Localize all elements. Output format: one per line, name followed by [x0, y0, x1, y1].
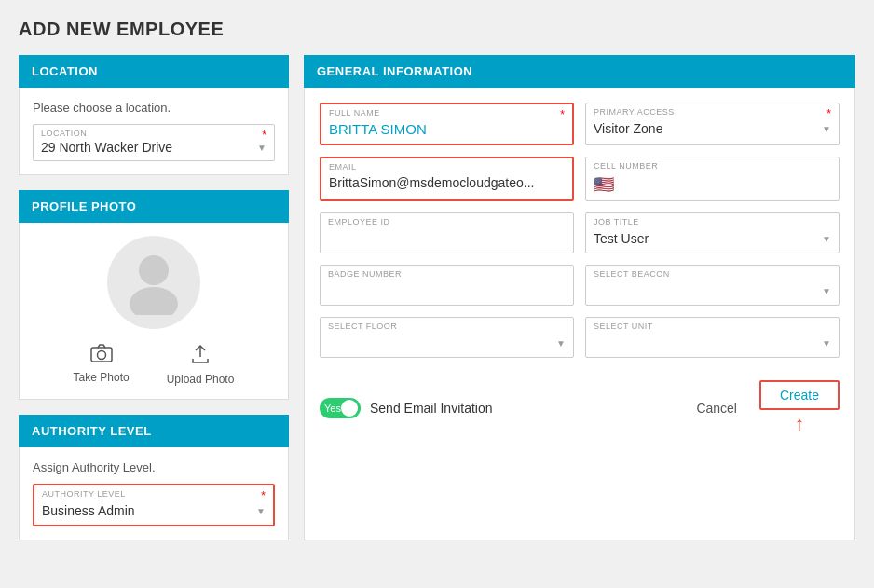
primary-access-label: PRIMARY ACCESS [594, 107, 831, 116]
take-photo-button[interactable]: Take Photo [74, 344, 130, 386]
svg-point-1 [130, 287, 178, 315]
select-unit-value: ▼ [594, 333, 831, 351]
cancel-button[interactable]: Cancel [685, 395, 748, 421]
select-unit-chevron-icon: ▼ [822, 338, 831, 349]
upload-photo-button[interactable]: Upload Photo [167, 344, 235, 386]
email-field[interactable]: EMAIL BrittaSimon@msdemocloudgateo... [320, 157, 574, 201]
badge-number-value [328, 280, 566, 299]
bottom-bar: Yes Send Email Invitation Cancel Create … [320, 371, 840, 436]
job-title-label: JOB TITLE [594, 217, 831, 226]
select-unit-field[interactable]: SELECT UNIT ▼ [585, 317, 840, 358]
page-title: ADD NEW EMPLOYEE [19, 19, 855, 40]
select-floor-value: ▼ [328, 333, 566, 351]
upload-photo-label: Upload Photo [167, 373, 235, 386]
full-name-field[interactable]: FULL NAME BRITTA SIMON [320, 103, 574, 145]
cell-number-field[interactable]: CELL NUMBER 🇺🇸 [585, 157, 840, 201]
left-panel: LOCATION Please choose a location. LOCAT… [19, 55, 289, 540]
select-floor-chevron-icon: ▼ [556, 338, 566, 349]
select-beacon-label: SELECT BEACON [594, 269, 831, 279]
location-section-body: Please choose a location. LOCATION 29 No… [19, 88, 289, 175]
flag-icon: 🇺🇸 [594, 175, 614, 194]
authority-level-field[interactable]: AUTHORITY LEVEL Business Admin ▼ [33, 484, 275, 526]
create-button[interactable]: Create [759, 380, 840, 410]
camera-icon [90, 344, 113, 367]
authority-header: AUTHORITY LEVEL [19, 415, 289, 447]
select-floor-label: SELECT FLOOR [328, 321, 566, 331]
profile-photo-body: Take Photo Upload Photo [19, 223, 289, 400]
job-title-chevron-icon: ▼ [822, 234, 831, 244]
location-value: 29 North Wacker Drive ▼ [41, 140, 266, 155]
cell-number-value: 🇺🇸 [594, 172, 831, 195]
badge-number-label: BADGE NUMBER [328, 269, 566, 279]
location-chevron-icon: ▼ [257, 143, 266, 153]
employee-id-field[interactable]: EMPLOYEE ID [320, 212, 574, 253]
create-button-area: Create ↑ [759, 380, 840, 436]
badge-number-field[interactable]: BADGE NUMBER [320, 265, 574, 306]
full-name-label: FULL NAME [329, 108, 565, 117]
location-field[interactable]: LOCATION 29 North Wacker Drive ▼ [33, 124, 275, 161]
right-panel: GENERAL INFORMATION FULL NAME BRITTA SIM… [304, 55, 855, 540]
authority-level-value: Business Admin ▼ [42, 500, 266, 519]
primary-access-field[interactable]: PRIMARY ACCESS Visitor Zone ▼ [585, 103, 840, 145]
general-info-header: GENERAL INFORMATION [304, 55, 855, 88]
profile-photo-header: PROFILE PHOTO [19, 190, 289, 223]
upload-icon [189, 344, 212, 369]
email-value: BrittaSimon@msdemocloudgateo... [329, 173, 565, 192]
general-info-body: FULL NAME BRITTA SIMON PRIMARY ACCESS Vi… [304, 88, 855, 540]
job-title-value: Test User ▼ [594, 228, 831, 247]
authority-chevron-icon: ▼ [256, 506, 266, 516]
select-beacon-value: ▼ [594, 280, 831, 299]
select-floor-field[interactable]: SELECT FLOOR ▼ [320, 317, 574, 358]
job-title-field[interactable]: JOB TITLE Test User ▼ [585, 212, 840, 253]
profile-photo-section: PROFILE PHOTO [19, 190, 289, 400]
form-grid: FULL NAME BRITTA SIMON PRIMARY ACCESS Vi… [320, 103, 840, 358]
toggle-row: Yes Send Email Invitation [320, 398, 493, 418]
select-beacon-field[interactable]: SELECT BEACON ▼ [585, 265, 840, 306]
send-email-label: Send Email Invitation [370, 401, 493, 416]
location-section: LOCATION Please choose a location. LOCAT… [19, 55, 289, 175]
authority-level-label: AUTHORITY LEVEL [42, 489, 266, 499]
select-beacon-chevron-icon: ▼ [822, 286, 831, 296]
primary-access-value: Visitor Zone ▼ [594, 118, 831, 137]
email-label: EMAIL [329, 162, 565, 171]
location-label: LOCATION [41, 129, 266, 138]
send-email-toggle[interactable]: Yes [320, 398, 361, 418]
toggle-yes-label: Yes [324, 403, 341, 414]
svg-point-3 [97, 351, 105, 360]
action-buttons: Cancel Create ↑ [685, 380, 840, 436]
authority-section: AUTHORITY LEVEL Assign Authority Level. … [19, 415, 289, 540]
select-unit-label: SELECT UNIT [594, 321, 831, 331]
full-name-value: BRITTA SIMON [329, 119, 565, 138]
employee-id-value [328, 228, 566, 247]
cell-number-label: CELL NUMBER [594, 161, 831, 171]
location-section-header: LOCATION [19, 55, 289, 88]
authority-section-body: Assign Authority Level. AUTHORITY LEVEL … [19, 447, 289, 540]
take-photo-label: Take Photo [74, 371, 130, 384]
primary-access-chevron-icon: ▼ [822, 124, 831, 134]
location-prompt: Please choose a location. [33, 101, 275, 115]
avatar [107, 236, 200, 329]
person-icon [126, 250, 182, 315]
authority-prompt: Assign Authority Level. [33, 460, 275, 474]
toggle-knob [341, 400, 358, 417]
arrow-up-icon: ↑ [759, 412, 840, 436]
svg-point-0 [139, 255, 169, 285]
photo-actions: Take Photo Upload Photo [74, 344, 235, 386]
employee-id-label: EMPLOYEE ID [328, 217, 566, 226]
